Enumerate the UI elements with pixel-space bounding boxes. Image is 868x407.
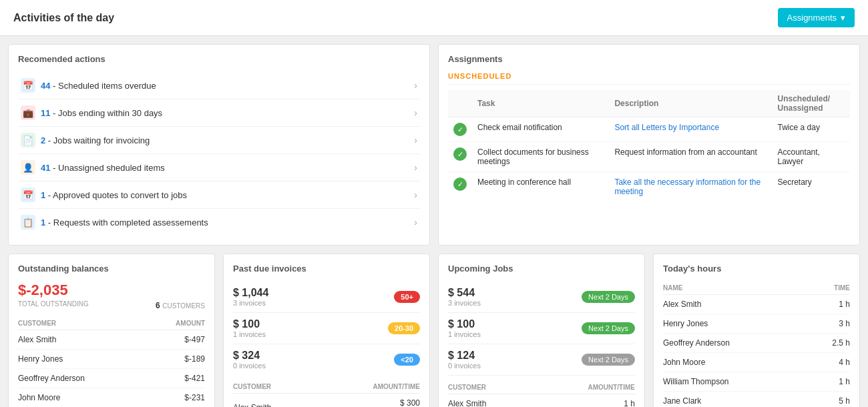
check-icon: ✓	[453, 147, 467, 161]
job-badge: Next 2 Days	[582, 322, 635, 334]
page-title: Activities of the day	[13, 12, 114, 24]
bottom-row: Outstanding balances $-2,035 TOTAL OUTST…	[8, 254, 860, 407]
calendar-icon: 📅	[21, 78, 35, 93]
col-task: Task	[472, 90, 609, 117]
action-item[interactable]: 📄 2 - Jobs waiting for invoicing ›	[18, 127, 420, 154]
check-icon: ✓	[453, 123, 467, 136]
balance-sub: TOTAL OUTSTANDING 6 CUSTOMERS	[18, 300, 205, 310]
col-time: TIME	[811, 282, 850, 295]
customers-count: 6	[156, 301, 160, 310]
invoice-tier-row: $ 100 1 invoices 20-30	[233, 313, 420, 344]
top-row: Recomended actions 📅 44 - Scheduled item…	[8, 44, 860, 246]
col-customer: CUSTOMER	[448, 381, 532, 394]
todays-hours-panel: Today's hours NAME TIME Alex Smith1 hHen…	[653, 254, 860, 407]
unscheduled-label: UNSCHEDULED	[448, 72, 850, 85]
upcoming-title: Upcoming Jobs	[448, 264, 635, 274]
balance-table: CUSTOMER AMOUNT Alex Smith$-497Henry Jon…	[18, 317, 205, 407]
assignments-title: Assignments	[448, 54, 850, 64]
job-tier-row: $ 544 3 invoices Next 2 Days	[448, 282, 635, 313]
job-tier-row: $ 124 0 invoices Next 2 Days	[448, 344, 635, 376]
customers-count-group: 6 CUSTOMERS	[156, 300, 205, 310]
table-row: Henry Jones3 h	[663, 314, 850, 334]
upcoming-jobs-panel: Upcoming Jobs $ 544 3 invoices Next 2 Da…	[438, 254, 645, 407]
table-row: William Thompson1 h	[663, 372, 850, 392]
chevron-right-icon: ›	[414, 162, 417, 173]
assignments-button-label: Assignments	[787, 13, 837, 23]
tier-badge: <20	[394, 354, 420, 366]
outstanding-panel: Outstanding balances $-2,035 TOTAL OUTST…	[8, 254, 215, 407]
table-row: ✓ Collect documents for business meeting…	[448, 142, 850, 172]
job-badge: Next 2 Days	[582, 354, 635, 366]
assignments-table: Task Description Unscheduled/Unassigned …	[448, 90, 850, 201]
table-row: Alex Smith1 h	[448, 394, 635, 408]
table-row: Geoffrey Anderson2.5 h	[663, 334, 850, 353]
job-badge: Next 2 Days	[582, 291, 635, 303]
table-row: John Moore$-231	[18, 388, 205, 408]
action-item[interactable]: 📋 1 - Requests with completed assessemen…	[18, 209, 420, 236]
briefcase-icon: 💼	[21, 105, 35, 120]
chevron-right-icon: ›	[414, 189, 417, 200]
col-name: NAME	[663, 282, 811, 295]
action-item[interactable]: 📅 44 - Scheduled items overdue ›	[18, 72, 420, 99]
action-item[interactable]: 💼 11 - Jobs ending within 30 days ›	[18, 99, 420, 127]
chevron-right-icon: ›	[414, 217, 417, 228]
past-due-panel: Past due invoices $ 1,044 3 invoices 50+…	[223, 254, 430, 407]
assignments-button[interactable]: Assignments ▾	[778, 8, 855, 27]
customers-label: CUSTOMERS	[162, 302, 205, 310]
file-icon: 📄	[21, 133, 35, 147]
description-link[interactable]: Take all the necessary information for t…	[614, 177, 761, 196]
action-item[interactable]: 📅 1 - Approved quotes to convert to jobs…	[18, 181, 420, 209]
chevron-right-icon: ›	[414, 80, 417, 91]
col-amount-time: AMOUNT/TIME	[532, 381, 635, 394]
balance-total: $-2,035	[18, 282, 205, 299]
job-detail-table: CUSTOMER AMOUNT/TIME Alex Smith1 h	[448, 381, 635, 407]
invoice-tier-row: $ 1,044 3 invoices 50+	[233, 282, 420, 313]
chevron-right-icon: ›	[414, 107, 417, 118]
action-item[interactable]: 👤 41 - Unassigned sheduled items ›	[18, 154, 420, 181]
job-tier-row: $ 100 1 invoices Next 2 Days	[448, 313, 635, 344]
col-customer: CUSTOMER	[18, 317, 148, 330]
tier-badge: 50+	[394, 291, 420, 303]
outstanding-title: Outstanding balances	[18, 264, 205, 274]
col-customer: CUSTOMER	[233, 380, 343, 394]
table-row: John Moore4 h	[663, 353, 850, 372]
action-list: 📅 44 - Scheduled items overdue › 💼 11 - …	[18, 72, 420, 236]
col-assigned: Unscheduled/Unassigned	[773, 90, 850, 117]
col-amount-time: AMOUNT/TIME	[343, 380, 420, 394]
file-check-icon: 📋	[21, 215, 35, 230]
table-row: Jane Clark5 h	[663, 392, 850, 408]
chevron-down-icon: ▾	[841, 13, 845, 23]
table-row: Alex Smith1 h	[663, 295, 850, 314]
invoice-detail-table: CUSTOMER AMOUNT/TIME Alex Smith$ 3006 mo…	[233, 380, 420, 407]
recommended-panel: Recomended actions 📅 44 - Scheduled item…	[8, 44, 430, 246]
description-link[interactable]: Sort all Letters by Importance	[614, 123, 719, 132]
main-content: Recomended actions 📅 44 - Scheduled item…	[0, 36, 868, 407]
total-outstanding-label: TOTAL OUTSTANDING	[18, 300, 89, 310]
header: Activities of the day Assignments ▾	[0, 0, 868, 36]
invoice-tier-row: $ 324 0 invoices <20	[233, 344, 420, 375]
person-icon: 👤	[21, 160, 35, 175]
table-row: Geoffrey Anderson$-421	[18, 369, 205, 388]
assignments-panel: Assignments UNSCHEDULED Task Description…	[438, 44, 860, 246]
col-amount: AMOUNT	[148, 317, 205, 330]
table-row: Alex Smith$-497	[18, 330, 205, 350]
check-icon: ✓	[453, 177, 467, 191]
tier-badge: 20-30	[388, 322, 420, 334]
col-description: Description	[609, 90, 772, 117]
hours-table: NAME TIME Alex Smith1 hHenry Jones3 hGeo…	[663, 282, 850, 407]
table-row: ✓ Check email notification Sort all Lett…	[448, 117, 850, 142]
past-due-title: Past due invoices	[233, 264, 420, 274]
recommended-title: Recomended actions	[18, 54, 420, 64]
table-row: Alex Smith$ 3006 months ago	[233, 394, 420, 408]
table-row: Henry Jones$-189	[18, 350, 205, 369]
chevron-right-icon: ›	[414, 135, 417, 145]
table-row: ✓ Meeting in conference hall Take all th…	[448, 172, 850, 202]
hours-title: Today's hours	[663, 264, 850, 274]
calendar-icon: 📅	[21, 187, 35, 202]
